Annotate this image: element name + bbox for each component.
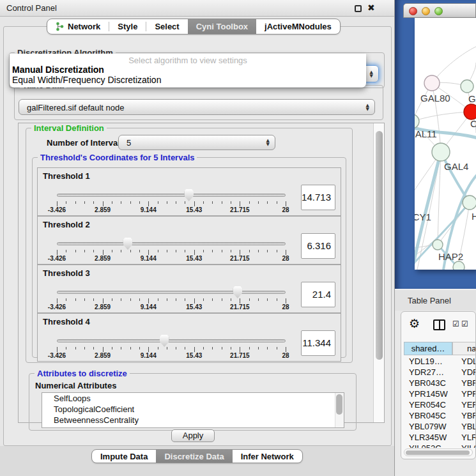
apply-button[interactable]: Apply <box>171 429 215 442</box>
network-nodes[interactable] <box>415 75 476 270</box>
table-row[interactable]: YIL052CYIL0 <box>404 443 476 448</box>
number-of-intervals-value: 5 <box>127 138 131 148</box>
vertical-scrollbar-thumb[interactable] <box>376 131 383 360</box>
threshold-1-slider[interactable] <box>57 194 286 197</box>
horizontal-scrollbar-thumb[interactable] <box>406 450 470 455</box>
threshold-4-slider-handle[interactable] <box>160 335 169 347</box>
column-header-shared-name[interactable]: shared… <box>404 342 452 355</box>
threshold-3-panel: Threshold 3 -3.4262.8599.14415.4321.7152… <box>37 265 341 313</box>
table-row[interactable]: YBR043CYBR0 <box>404 378 476 388</box>
network-canvas[interactable]: GAL80 GA C GAL11 GAL4 GCY1 H HAP2 <box>415 18 476 270</box>
cell-shared-name[interactable]: YBR045C <box>404 410 452 421</box>
zoom-traffic-light[interactable] <box>434 7 443 15</box>
float-window-icon[interactable] <box>355 5 362 12</box>
cell-name[interactable]: YBR0 <box>452 378 476 388</box>
threshold-1-value-field[interactable]: 14.713 <box>301 185 335 210</box>
label-gal11: GAL11 <box>415 128 437 139</box>
table-panel-titlebar: Table Panel <box>395 289 476 311</box>
node-top-right[interactable] <box>461 80 473 93</box>
threshold-4-value-field[interactable]: 11.344 <box>301 330 335 356</box>
attribute-list-item[interactable]: BetweennessCentrality <box>42 415 344 426</box>
node-h[interactable] <box>463 196 476 210</box>
column-header-name[interactable]: na <box>452 342 476 355</box>
node-hap2[interactable] <box>433 240 443 250</box>
slider-tick-labels: -3.4262.8599.14415.4321.71528 <box>57 255 286 262</box>
tab-infer-network[interactable]: Infer Network <box>233 450 302 463</box>
cell-name[interactable]: YLR3 <box>452 432 476 443</box>
node-selected-red[interactable] <box>464 104 476 119</box>
threshold-3-slider-handle[interactable] <box>233 286 242 298</box>
tab-network[interactable]: Network <box>47 19 109 34</box>
cell-shared-name[interactable]: YDL19… <box>404 356 452 367</box>
tab-style[interactable]: Style <box>109 19 146 34</box>
algorithm-dropdown-hint: Select algorithm to view settings <box>10 54 366 65</box>
cell-shared-name[interactable]: YBL079W <box>404 421 452 432</box>
cell-shared-name[interactable]: YDR27… <box>404 367 452 378</box>
threshold-4-slider[interactable] <box>57 339 286 342</box>
threshold-2-slider-handle[interactable] <box>123 238 132 250</box>
vertical-scrollbar[interactable] <box>373 123 384 422</box>
horizontal-scrollbar[interactable] <box>404 449 473 456</box>
tab-discretize-data[interactable]: Discretize Data <box>156 450 232 463</box>
table-row[interactable]: YDL19…YDL1 <box>404 356 476 367</box>
cell-name[interactable]: YPR1 <box>452 388 476 399</box>
node-gal80[interactable] <box>424 75 440 91</box>
threshold-4-label: Threshold 4 <box>43 317 90 326</box>
cell-name[interactable]: YDL1 <box>452 356 476 367</box>
tab-select[interactable]: Select <box>146 19 187 34</box>
cell-shared-name[interactable]: YER054C <box>404 399 452 410</box>
tab-cyni-toolbox[interactable]: Cyni Toolbox <box>188 19 256 34</box>
cell-name[interactable]: YDR2 <box>452 367 476 378</box>
label-gal4: GAL4 <box>444 161 468 172</box>
cell-shared-name[interactable]: YLR345W <box>404 432 452 443</box>
threshold-3-slider[interactable] <box>57 291 286 294</box>
table-row[interactable]: YBL079WYBL0 <box>404 421 476 432</box>
network-view-desktop: GAL80 GA C GAL11 GAL4 GCY1 H HAP2 <box>395 0 476 289</box>
cell-shared-name[interactable]: YIL052C <box>404 443 452 448</box>
tab-impute-data[interactable]: Impute Data <box>92 450 156 463</box>
network-graph: GAL80 GA C GAL11 GAL4 GCY1 H HAP2 <box>415 18 476 270</box>
threshold-1-slider-handle[interactable] <box>184 189 194 201</box>
cell-name[interactable]: YBL0 <box>452 421 476 432</box>
list-scrollbar-thumb[interactable] <box>336 394 342 415</box>
cell-name[interactable]: YIL0 <box>452 443 476 448</box>
cell-shared-name[interactable]: YBR043C <box>404 378 452 388</box>
attribute-list-item[interactable]: SelfLoops <box>42 393 344 404</box>
close-icon[interactable]: ✖ <box>367 3 375 13</box>
table-data-combobox[interactable]: galFiltered.sif default node ▲▼ <box>19 99 375 115</box>
table-row[interactable]: YER054CYER0 <box>404 399 476 410</box>
minimize-traffic-light[interactable] <box>422 7 430 15</box>
close-traffic-light[interactable] <box>409 7 417 15</box>
network-window-titlebar[interactable] <box>403 3 476 18</box>
label-gcy1: GCY1 <box>415 211 431 222</box>
algorithm-option-equal-width[interactable]: Equal Width/Frequency Discretization <box>10 75 366 85</box>
table-data-group: Table Data galFiltered.sif default node … <box>14 85 383 120</box>
list-scrollbar[interactable] <box>335 393 344 427</box>
threshold-2-value-field[interactable]: 6.316 <box>301 233 335 259</box>
table-header: shared… na <box>404 342 476 355</box>
split-columns-icon[interactable] <box>433 319 445 330</box>
threshold-3-value-field[interactable]: 21.4 <box>301 282 335 307</box>
checkbox-icon[interactable]: ☑ <box>452 319 459 328</box>
cell-name[interactable]: YBR0 <box>452 410 476 421</box>
threshold-2-slider[interactable] <box>57 242 286 245</box>
cell-shared-name[interactable]: YPR145W <box>404 388 452 399</box>
attribute-list-item[interactable]: TopologicalCoefficient <box>42 404 344 415</box>
table-toolbar: ⚙ ☑ ☑ <box>401 312 475 341</box>
cell-name[interactable]: YER0 <box>452 399 476 410</box>
tab-jactivemnodules[interactable]: jActiveMNodules <box>256 19 340 34</box>
table-row[interactable]: YBR045CYBR0 <box>404 410 476 421</box>
thresholds-group-title: Threshold's Coordinates for 5 Intervals <box>38 153 197 162</box>
number-of-intervals-combobox[interactable]: 5 ▲▼ <box>118 135 275 150</box>
table-body: YDL19…YDL1YDR27…YDR2YBR043CYBR0YPR145WYP… <box>404 356 476 448</box>
gear-icon[interactable]: ⚙ <box>409 316 420 330</box>
node-bottom[interactable] <box>453 261 464 270</box>
node-gal4[interactable] <box>432 143 450 161</box>
number-of-intervals-label: Number of Intervals <box>47 138 125 148</box>
algorithm-option-manual[interactable]: Manual Discretization <box>10 65 366 75</box>
node-gal11[interactable] <box>415 114 419 128</box>
table-row[interactable]: YPR145WYPR1 <box>404 388 476 399</box>
checkbox-icon[interactable]: ☑ <box>461 319 468 328</box>
table-row[interactable]: YDR27…YDR2 <box>404 367 476 378</box>
table-row[interactable]: YLR345WYLR3 <box>404 432 476 443</box>
